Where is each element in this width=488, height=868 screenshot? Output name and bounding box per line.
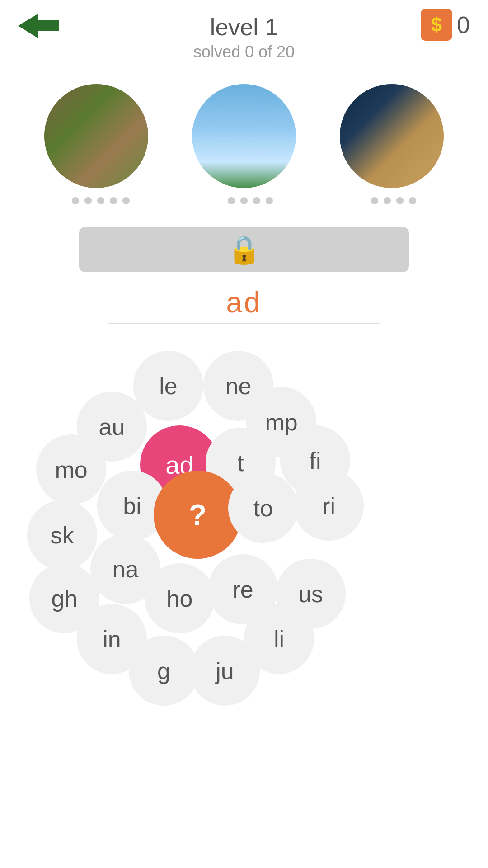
dot	[253, 197, 260, 204]
back-button[interactable]	[18, 14, 59, 40]
lock-icon: 🔒	[227, 234, 261, 266]
word-area: ad	[0, 286, 488, 324]
header-center: level 1 solved 0 of 20	[193, 14, 295, 61]
bubbles-area: leneaumpadtfimobi?torisknaghhoreusinligj…	[0, 337, 488, 744]
dot	[409, 197, 416, 204]
dots-group-1	[72, 197, 130, 204]
dot	[228, 197, 235, 204]
bubble-ju[interactable]: ju	[190, 636, 260, 706]
level-title: level 1	[193, 14, 295, 41]
currency-icon: $	[421, 9, 452, 41]
images-row	[0, 71, 488, 193]
bubble-mo[interactable]: mo	[36, 434, 106, 505]
dots-row	[0, 193, 488, 218]
dots-group-2	[228, 197, 273, 204]
solved-label: solved 0 of 20	[193, 42, 295, 61]
bubble-sk[interactable]: sk	[27, 500, 97, 570]
lock-bar-container: 🔒	[0, 227, 488, 272]
dot	[371, 197, 378, 204]
dot	[110, 197, 117, 204]
dot	[240, 197, 248, 204]
dot	[266, 197, 273, 204]
dot	[97, 197, 104, 204]
dot	[122, 197, 130, 204]
dot	[396, 197, 404, 204]
word-underline	[108, 323, 380, 324]
dot	[384, 197, 391, 204]
lock-bar: 🔒	[79, 227, 409, 272]
bubble-ho[interactable]: ho	[145, 563, 215, 633]
score-count: 0	[457, 11, 470, 38]
bubble-to[interactable]: to	[228, 473, 298, 543]
dots-group-3	[371, 197, 416, 204]
dot	[72, 197, 79, 204]
image-jenga[interactable]	[340, 84, 444, 188]
bubble-ri[interactable]: ri	[294, 471, 364, 541]
svg-marker-0	[18, 14, 59, 38]
bubble-g[interactable]: g	[129, 636, 199, 706]
image-jump[interactable]	[192, 84, 296, 188]
current-word: ad	[0, 286, 488, 319]
header: level 1 solved 0 of 20 $ 0	[0, 0, 488, 71]
image-kangaroo[interactable]	[44, 84, 148, 188]
dot	[84, 197, 92, 204]
bubble-le[interactable]: le	[133, 351, 203, 421]
score-badge: $ 0	[421, 9, 470, 41]
